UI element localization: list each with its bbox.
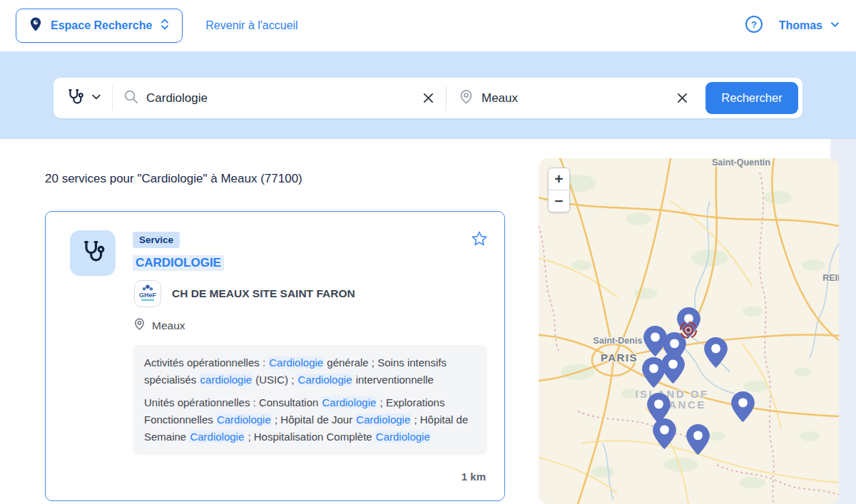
highlighted-term-link[interactable]: Cardiologie: [355, 413, 411, 426]
service-description: Activités opérationnelles : Cardiologie …: [133, 345, 487, 455]
service-type-badge: Service: [133, 232, 180, 248]
description-text: interventionnelle: [352, 374, 433, 386]
svg-text:?: ?: [751, 19, 757, 30]
map-place-label: PARIS: [601, 351, 638, 364]
city-row: Meaux: [133, 317, 185, 334]
category-select[interactable]: [54, 78, 112, 118]
highlighted-term-link[interactable]: Cardiologie: [189, 431, 245, 443]
stethoscope-icon: [66, 88, 84, 109]
chevron-down-icon: [91, 91, 102, 106]
organization-row[interactable]: GHeF CH DE MEAUX SITE SAINT FARON: [134, 280, 355, 307]
search-submit-button[interactable]: Rechercher: [705, 82, 798, 114]
keyword-segment: [113, 78, 446, 118]
result-card[interactable]: Service CARDIOLOGIE GHeF CH DE MEAUX SIT…: [45, 211, 505, 501]
map-panel[interactable]: Saint-QuentinREIMSSaint-DenisPARISISLAND…: [539, 158, 839, 504]
location-segment: [447, 78, 700, 118]
app-switcher-button[interactable]: Espace Recherche: [16, 9, 183, 43]
home-link[interactable]: Revenir à l'accueil: [205, 19, 297, 32]
select-updown-icon: [159, 18, 170, 34]
description-text: Unités opérationnelles : Consultation: [144, 396, 321, 408]
description-text: ; Hospitalisation Complète: [245, 431, 375, 443]
map-pins-layer: [539, 158, 839, 504]
city-name: Meaux: [152, 319, 185, 332]
organization-logo: GHeF: [134, 280, 161, 307]
map-result-pin[interactable]: [642, 357, 666, 388]
highlighted-term-link[interactable]: Cardiologie: [268, 356, 324, 369]
user-menu[interactable]: Thomas: [779, 19, 840, 33]
map-result-pin[interactable]: [686, 424, 710, 455]
description-paragraph: Activités opérationnelles : Cardiologie …: [144, 354, 476, 389]
map-result-pin[interactable]: [704, 337, 728, 368]
map-result-pin[interactable]: [731, 391, 755, 422]
brand-pin-icon: [28, 16, 44, 35]
app-switcher-label: Espace Recherche: [51, 19, 152, 32]
map-place-label: Saint-Quentin: [712, 158, 770, 168]
results-summary: 20 services pour "Cardiologie" à Meaux (…: [45, 172, 302, 186]
chevron-down-icon: [830, 19, 840, 33]
map-place-label: Saint-Denis: [593, 336, 643, 346]
help-icon[interactable]: ?: [745, 15, 763, 36]
service-title-link[interactable]: CARDIOLOGIE: [133, 255, 224, 271]
stethoscope-icon: [80, 239, 106, 267]
search-location-target-icon: [676, 318, 700, 342]
description-text: (USIC) ;: [253, 374, 297, 386]
description-text: ; Hôpital de Jour: [272, 413, 356, 426]
top-header: Espace Recherche Revenir à l'accueil ? T…: [0, 0, 856, 51]
highlighted-term-link[interactable]: Cardiologie: [375, 431, 431, 443]
service-avatar: [70, 230, 116, 276]
search-icon: [123, 88, 139, 108]
highlighted-term-link[interactable]: Cardiologie: [321, 396, 377, 408]
description-paragraph: Unités opérationnelles : Consultation Ca…: [144, 394, 476, 446]
zoom-out-button[interactable]: −: [549, 190, 569, 212]
distance-value: 1 km: [462, 470, 486, 483]
zoom-in-button[interactable]: +: [549, 168, 569, 190]
description-text: Activités opérationnelles :: [144, 356, 268, 369]
clear-keyword-icon[interactable]: [420, 91, 436, 106]
favorite-star-icon[interactable]: [471, 230, 488, 250]
clear-location-icon[interactable]: [674, 91, 690, 106]
location-pin-icon: [133, 317, 146, 334]
search-band: Rechercher: [0, 51, 856, 139]
highlighted-term-link[interactable]: Cardiologie: [297, 374, 353, 386]
org-logo-text: GHeF: [139, 292, 156, 299]
search-bar: Rechercher: [54, 78, 802, 118]
map-place-label: REIMS: [822, 273, 839, 283]
user-name: Thomas: [779, 19, 822, 32]
highlighted-term-link[interactable]: cardiologie: [200, 374, 253, 386]
keyword-input[interactable]: [146, 91, 413, 106]
organization-name: CH DE MEAUX SITE SAINT FARON: [172, 287, 355, 300]
map-zoom-control: + −: [548, 168, 570, 212]
map-result-pin[interactable]: [653, 418, 676, 449]
location-input[interactable]: [482, 91, 667, 106]
location-pin-icon: [458, 88, 474, 108]
highlighted-term-link[interactable]: Cardiologie: [216, 413, 272, 426]
